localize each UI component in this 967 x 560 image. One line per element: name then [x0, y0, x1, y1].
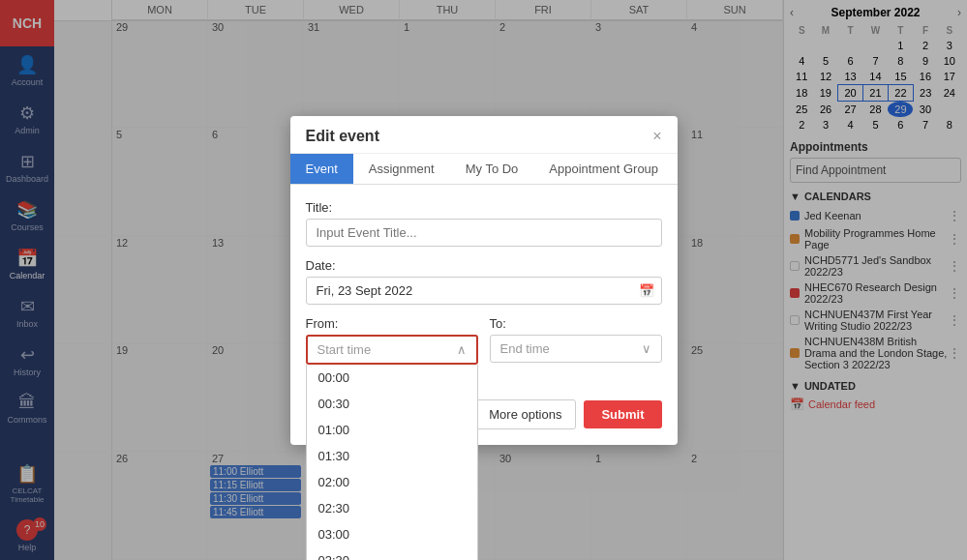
tab-appointment-group[interactable]: Appointment Group	[533, 154, 674, 184]
tab-assignment[interactable]: Assignment	[353, 154, 450, 184]
start-time-placeholder: Start time	[317, 342, 372, 357]
date-input-wrap: 📅	[306, 277, 662, 305]
start-time-arrow: ∧	[457, 342, 467, 357]
from-label: From:	[306, 316, 478, 331]
time-dropdown[interactable]: 00:00 00:30 01:00 01:30 02:00 02:30 03:0…	[306, 365, 478, 561]
modal-header: Edit event ×	[290, 116, 678, 154]
modal-tabs: Event Assignment My To Do Appointment Gr…	[290, 154, 678, 185]
modal-overlay: Edit event × Event Assignment My To Do A…	[0, 0, 967, 560]
end-time-placeholder: End time	[500, 341, 550, 356]
edit-event-modal: Edit event × Event Assignment My To Do A…	[290, 116, 678, 445]
more-options-button[interactable]: More options	[474, 399, 576, 429]
date-label: Date:	[306, 258, 662, 273]
to-label: To:	[490, 316, 662, 331]
from-group: From: Start time ∧ 00:00 00:30 01:00	[306, 316, 478, 365]
calendar-picker-icon[interactable]: 📅	[639, 283, 654, 298]
time-option-0130[interactable]: 01:30	[307, 443, 477, 469]
to-group: To: End time ∨	[490, 316, 662, 363]
submit-button[interactable]: Submit	[584, 400, 661, 428]
end-time-arrow: ∨	[642, 341, 651, 356]
time-option-0100[interactable]: 01:00	[307, 417, 477, 443]
date-group: Date: 📅	[306, 258, 662, 305]
time-option-0030[interactable]: 00:30	[307, 391, 477, 417]
end-time-wrap: End time ∨	[490, 335, 662, 363]
time-group: From: Start time ∧ 00:00 00:30 01:00	[306, 316, 662, 365]
time-option-0230[interactable]: 02:30	[307, 495, 477, 521]
tab-event[interactable]: Event	[290, 154, 353, 184]
modal-title: Edit event	[306, 128, 379, 145]
time-row: From: Start time ∧ 00:00 00:30 01:00	[306, 316, 662, 365]
end-time-select[interactable]: End time ∨	[490, 335, 662, 363]
time-option-0000[interactable]: 00:00	[307, 365, 477, 391]
date-input[interactable]	[306, 277, 662, 305]
time-option-0330[interactable]: 03:30	[307, 547, 477, 561]
start-time-wrap: Start time ∧ 00:00 00:30 01:00 01:30 02:…	[306, 335, 478, 365]
tab-my-to-do[interactable]: My To Do	[450, 154, 534, 184]
title-label: Title:	[306, 200, 662, 215]
title-group: Title:	[306, 200, 662, 247]
modal-body: Title: Date: 📅 From: Start time	[290, 185, 678, 392]
time-option-0200[interactable]: 02:00	[307, 469, 477, 495]
time-option-0300[interactable]: 03:00	[307, 521, 477, 547]
title-input[interactable]	[306, 219, 662, 247]
start-time-select[interactable]: Start time ∧	[306, 335, 478, 365]
modal-close-button[interactable]: ×	[652, 129, 661, 144]
